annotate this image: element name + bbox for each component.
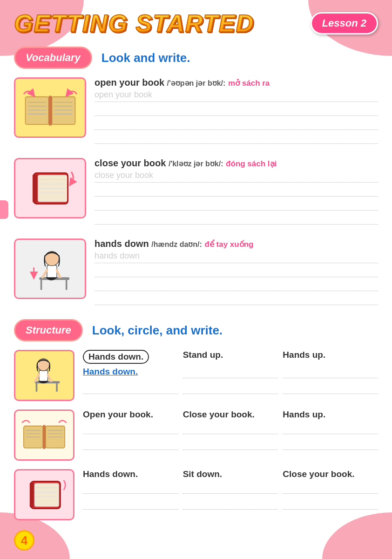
svg-rect-27 bbox=[56, 383, 58, 392]
choice-answer-col-1-1: Hands down. bbox=[83, 367, 178, 381]
write-line-2a[interactable] bbox=[95, 186, 378, 197]
structure-item-3: Hands down. Sit down. Close your book. bbox=[14, 469, 378, 520]
struct-line-2d[interactable] bbox=[83, 441, 178, 450]
structure-instruction: Look, circle, and write. bbox=[92, 323, 223, 338]
svg-rect-20 bbox=[65, 280, 67, 290]
vocabulary-instruction: Look and write. bbox=[101, 51, 190, 65]
vocabulary-header: Vocabulary Look and write. bbox=[14, 47, 378, 69]
structure-header: Structure Look, circle, and write. bbox=[14, 319, 378, 341]
choices-row-3-lines bbox=[83, 482, 378, 496]
write-line-2b[interactable] bbox=[95, 200, 378, 211]
write-line-3a[interactable] bbox=[95, 267, 378, 277]
struct-line-3b[interactable] bbox=[183, 484, 278, 494]
struct-line-3e[interactable] bbox=[183, 500, 278, 510]
svg-rect-34 bbox=[43, 425, 46, 449]
choice-label-hands-down: Hands down. bbox=[83, 350, 149, 364]
svg-rect-0 bbox=[25, 96, 48, 124]
struct-line-3d[interactable] bbox=[83, 500, 178, 510]
page-header: GETTING STARTED Lesson 2 bbox=[14, 9, 378, 37]
vocab-image-open-book bbox=[14, 77, 86, 138]
struct-line-1a[interactable] bbox=[183, 369, 278, 378]
struct-image-1 bbox=[14, 350, 74, 401]
struct-line-2f[interactable] bbox=[283, 441, 378, 450]
choices-row-2-lines bbox=[83, 423, 378, 436]
choice-answer-hands-down: Hands down. bbox=[83, 367, 178, 377]
vocab-phrase-open-book: open your book /'əʊpən jər bʊk/: mở sách… bbox=[95, 77, 378, 88]
choices-row-1-labels: Hands down. Stand up. Hands up. bbox=[83, 350, 378, 365]
svg-rect-21 bbox=[47, 265, 56, 278]
struct-line-2b[interactable] bbox=[183, 425, 278, 434]
svg-rect-19 bbox=[40, 280, 42, 290]
structure-section: Structure Look, circle, and write. bbox=[14, 319, 378, 520]
struct-line-1b[interactable] bbox=[283, 369, 378, 378]
vocab-image-hands-down bbox=[14, 239, 86, 299]
choice-label-hands-up-2: Hands up. bbox=[283, 409, 378, 420]
choice-answer-col-1-3 bbox=[283, 367, 378, 381]
vocab-ghost-hands-down[interactable]: hands down bbox=[95, 251, 378, 263]
choices-row-2-lines2 bbox=[83, 438, 378, 452]
svg-rect-28 bbox=[39, 370, 48, 382]
svg-rect-12 bbox=[33, 174, 37, 203]
write-line-1a[interactable] bbox=[95, 106, 378, 116]
svg-rect-1 bbox=[52, 96, 75, 124]
choice-label-stand-up: Stand up. bbox=[183, 350, 278, 360]
write-line-1b[interactable] bbox=[95, 120, 378, 130]
write-line-2c[interactable] bbox=[95, 214, 378, 225]
write-line-1c[interactable] bbox=[95, 134, 378, 144]
structure-item-1: Hands down. Stand up. Hands up. Hands do… bbox=[14, 350, 378, 401]
choice-col-1-1: Hands down. bbox=[83, 350, 178, 365]
vocab-item-hands-down: hands down /hændz daʊn/: để tay xuống ha… bbox=[14, 239, 378, 309]
lesson-badge: Lesson 2 bbox=[311, 12, 378, 34]
svg-rect-42 bbox=[30, 482, 34, 507]
choices-row-1-answers: Hands down. bbox=[83, 367, 378, 381]
struct-line-2e[interactable] bbox=[183, 441, 278, 450]
choices-row-2-labels: Open your book. Close your book. Hands u… bbox=[83, 409, 378, 421]
vocab-text-close-book: close your book /'kləʊz jər bʊk/: đóng s… bbox=[95, 158, 378, 228]
write-line-3b[interactable] bbox=[95, 281, 378, 291]
choices-area-1: Hands down. Stand up. Hands up. Hands do… bbox=[83, 350, 378, 398]
vocab-ghost-close-book[interactable]: close your book bbox=[95, 170, 378, 183]
vocabulary-section: Vocabulary Look and write. bbox=[14, 47, 378, 309]
choice-label-close-book-2: Close your book. bbox=[183, 409, 278, 420]
struct-line-3f[interactable] bbox=[283, 500, 378, 510]
struct-line-2a[interactable] bbox=[83, 425, 178, 434]
choice-col-1-2: Stand up. bbox=[183, 350, 278, 365]
svg-rect-26 bbox=[36, 383, 38, 392]
choice-label-open-book: Open your book. bbox=[83, 409, 178, 420]
svg-rect-43 bbox=[34, 483, 59, 506]
struct-image-2 bbox=[14, 409, 74, 461]
vocab-ghost-open-book[interactable]: open your book bbox=[95, 90, 378, 102]
choice-label-hands-down-3: Hands down. bbox=[83, 469, 178, 479]
choices-row-3-labels: Hands down. Sit down. Close your book. bbox=[83, 469, 378, 480]
svg-line-30 bbox=[35, 375, 39, 381]
choice-col-1-3: Hands up. bbox=[283, 350, 378, 365]
choice-answer-col-1-2 bbox=[183, 367, 278, 381]
struct-line-1c[interactable] bbox=[83, 385, 178, 394]
page-title: GETTING STARTED bbox=[14, 9, 254, 37]
struct-line-3a[interactable] bbox=[83, 484, 178, 494]
svg-line-23 bbox=[42, 270, 47, 277]
vocab-item-open-book: open your book /'əʊpən jər bʊk/: mở sách… bbox=[14, 77, 378, 148]
struct-image-3 bbox=[14, 469, 74, 520]
choice-label-sit-down: Sit down. bbox=[183, 469, 278, 479]
choices-area-2: Open your book. Close your book. Hands u… bbox=[83, 409, 378, 454]
choices-row-1-lines bbox=[83, 382, 378, 396]
vocab-text-hands-down: hands down /hændz daʊn/: để tay xuống ha… bbox=[95, 239, 378, 309]
struct-line-1e[interactable] bbox=[283, 385, 378, 394]
choices-row-3-lines2 bbox=[83, 498, 378, 512]
vocab-phrase-hands-down: hands down /hændz daʊn/: để tay xuống bbox=[95, 239, 378, 249]
struct-line-3c[interactable] bbox=[283, 484, 378, 494]
choice-label-hands-up: Hands up. bbox=[283, 350, 378, 360]
structure-label: Structure bbox=[14, 319, 83, 341]
struct-line-2c[interactable] bbox=[283, 425, 378, 434]
vocab-phrase-close-book: close your book /'kləʊz jər bʊk/: đóng s… bbox=[95, 158, 378, 169]
vocab-item-close-book: close your book /'kləʊz jər bʊk/: đóng s… bbox=[14, 158, 378, 228]
struct-line-1d[interactable] bbox=[183, 385, 278, 394]
choice-label-close-book-3: Close your book. bbox=[283, 469, 378, 479]
vocab-image-close-book bbox=[14, 158, 86, 218]
svg-rect-2 bbox=[48, 95, 52, 125]
vocab-text-open-book: open your book /'əʊpən jər bʊk/: mở sách… bbox=[95, 77, 378, 148]
write-line-3c[interactable] bbox=[95, 295, 378, 305]
choices-area-3: Hands down. Sit down. Close your book. bbox=[83, 469, 378, 514]
structure-item-2: Open your book. Close your book. Hands u… bbox=[14, 409, 378, 461]
